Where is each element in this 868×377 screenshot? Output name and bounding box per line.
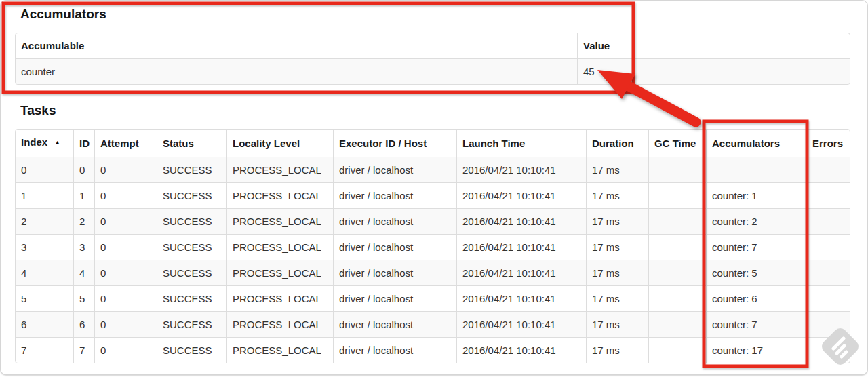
tasks-header-row: Index▲ ID Attempt Status Locality Level … <box>16 130 850 157</box>
td-launch-time: 2016/04/21 10:10:41 <box>456 234 586 260</box>
task-row: 3 3 0 SUCCESS PROCESS_LOCAL driver / loc… <box>16 234 850 260</box>
value-column-header[interactable]: Value <box>577 33 850 58</box>
td-errors <box>806 337 850 363</box>
td-launch-time: 2016/04/21 10:10:41 <box>456 182 586 208</box>
td-index: 2 <box>16 208 73 234</box>
td-index: 6 <box>16 311 73 337</box>
task-row: 7 7 0 SUCCESS PROCESS_LOCAL driver / loc… <box>16 337 850 363</box>
td-id: 5 <box>73 285 94 311</box>
td-errors <box>806 234 850 260</box>
task-row: 2 2 0 SUCCESS PROCESS_LOCAL driver / loc… <box>16 208 850 234</box>
td-duration: 17 ms <box>586 337 648 363</box>
td-attempt: 0 <box>94 234 157 260</box>
errors-column-header[interactable]: Errors <box>806 130 850 157</box>
td-locality-level: PROCESS_LOCAL <box>226 234 333 260</box>
td-errors <box>806 157 850 182</box>
td-errors <box>806 208 850 234</box>
accumulators-header-row: Accumulable Value <box>16 33 850 58</box>
accumulable-column-header[interactable]: Accumulable <box>16 33 577 58</box>
td-errors <box>806 285 850 311</box>
td-launch-time: 2016/04/21 10:10:41 <box>456 208 586 234</box>
td-executor: driver / localhost <box>333 285 456 311</box>
td-accumulators: counter: 5 <box>706 260 806 285</box>
td-accumulable-name: counter <box>16 58 577 84</box>
td-index: 7 <box>16 337 73 363</box>
td-gc-time <box>648 182 706 208</box>
td-executor: driver / localhost <box>333 208 456 234</box>
td-duration: 17 ms <box>586 260 648 285</box>
td-errors <box>806 182 850 208</box>
attempt-column-header[interactable]: Attempt <box>94 130 157 157</box>
task-row: 1 1 0 SUCCESS PROCESS_LOCAL driver / loc… <box>16 182 850 208</box>
td-index: 5 <box>16 285 73 311</box>
td-id: 7 <box>73 337 94 363</box>
td-duration: 17 ms <box>586 182 648 208</box>
td-status: SUCCESS <box>157 234 226 260</box>
index-header-label: Index <box>21 136 47 148</box>
td-attempt: 0 <box>94 285 157 311</box>
td-status: SUCCESS <box>157 285 226 311</box>
td-accumulators: counter: 7 <box>706 234 806 260</box>
td-locality-level: PROCESS_LOCAL <box>226 208 333 234</box>
td-gc-time <box>648 157 706 182</box>
status-column-header[interactable]: Status <box>157 130 226 157</box>
td-id: 6 <box>73 311 94 337</box>
td-executor: driver / localhost <box>333 311 456 337</box>
td-gc-time <box>648 208 706 234</box>
td-attempt: 0 <box>94 182 157 208</box>
td-index: 4 <box>16 260 73 285</box>
td-launch-time: 2016/04/21 10:10:41 <box>456 260 586 285</box>
td-executor: driver / localhost <box>333 157 456 182</box>
td-accumulable-value: 45 <box>577 58 850 84</box>
td-locality-level: PROCESS_LOCAL <box>226 157 333 182</box>
td-errors <box>806 260 850 285</box>
td-launch-time: 2016/04/21 10:10:41 <box>456 337 586 363</box>
sort-ascending-icon: ▲ <box>54 139 60 146</box>
td-index: 3 <box>16 234 73 260</box>
td-index: 0 <box>16 157 73 182</box>
td-duration: 17 ms <box>586 157 648 182</box>
locality-level-column-header[interactable]: Locality Level <box>226 130 333 157</box>
executor-id-host-column-header[interactable]: Executor ID / Host <box>333 130 456 157</box>
td-status: SUCCESS <box>157 311 226 337</box>
td-attempt: 0 <box>94 337 157 363</box>
td-attempt: 0 <box>94 311 157 337</box>
td-accumulators: counter: 6 <box>706 285 806 311</box>
td-accumulators: counter: 1 <box>706 182 806 208</box>
td-status: SUCCESS <box>157 182 226 208</box>
accumulators-section-heading: Accumulators <box>20 7 106 22</box>
td-attempt: 0 <box>94 208 157 234</box>
td-gc-time <box>648 337 706 363</box>
td-id: 1 <box>73 182 94 208</box>
td-id: 3 <box>73 234 94 260</box>
td-executor: driver / localhost <box>333 337 456 363</box>
id-column-header[interactable]: ID <box>73 130 94 157</box>
td-launch-time: 2016/04/21 10:10:41 <box>456 311 586 337</box>
td-status: SUCCESS <box>157 260 226 285</box>
td-executor: driver / localhost <box>333 260 456 285</box>
launch-time-column-header[interactable]: Launch Time <box>456 130 586 157</box>
td-locality-level: PROCESS_LOCAL <box>226 260 333 285</box>
td-gc-time <box>648 311 706 337</box>
td-gc-time <box>648 234 706 260</box>
accumulators-column-header[interactable]: Accumulators <box>706 130 806 157</box>
gc-time-column-header[interactable]: GC Time <box>648 130 706 157</box>
td-executor: driver / localhost <box>333 182 456 208</box>
task-row: 0 0 0 SUCCESS PROCESS_LOCAL driver / loc… <box>16 157 850 182</box>
index-column-header[interactable]: Index▲ <box>16 130 73 157</box>
td-id: 4 <box>73 260 94 285</box>
duration-column-header[interactable]: Duration <box>586 130 648 157</box>
td-accumulators <box>706 157 806 182</box>
td-status: SUCCESS <box>157 208 226 234</box>
td-gc-time <box>648 260 706 285</box>
tasks-section-heading: Tasks <box>20 103 56 118</box>
task-row: 4 4 0 SUCCESS PROCESS_LOCAL driver / loc… <box>16 260 850 285</box>
accumulator-row: counter 45 <box>16 58 850 84</box>
td-accumulators: counter: 17 <box>706 337 806 363</box>
td-gc-time <box>648 285 706 311</box>
td-locality-level: PROCESS_LOCAL <box>226 285 333 311</box>
task-row: 5 5 0 SUCCESS PROCESS_LOCAL driver / loc… <box>16 285 850 311</box>
td-duration: 17 ms <box>586 208 648 234</box>
td-duration: 17 ms <box>586 311 648 337</box>
td-locality-level: PROCESS_LOCAL <box>226 311 333 337</box>
